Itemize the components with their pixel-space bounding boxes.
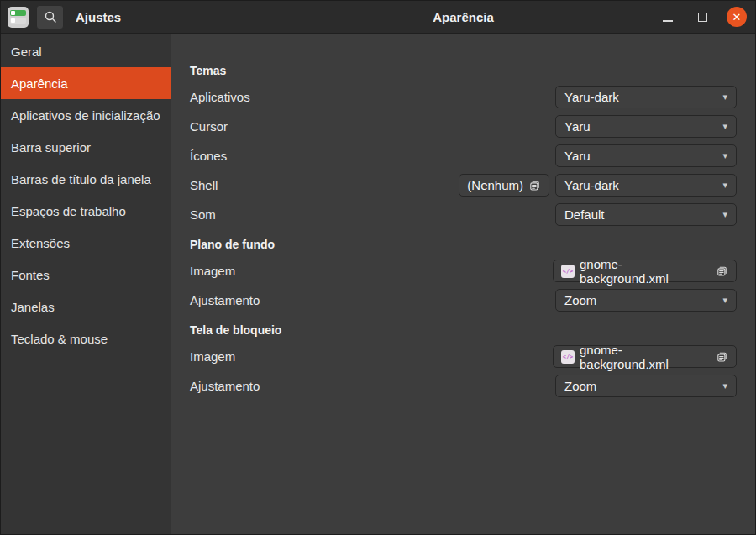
row-icones: Ícones Yaru ▾ (190, 141, 737, 170)
tweaks-window: Ajustes Aparência ✕ Geral Aparência Apli (0, 0, 756, 535)
chevron-down-icon: ▾ (722, 181, 727, 190)
row-label: Aplicativos (190, 90, 250, 104)
row-label: Ícones (190, 149, 227, 163)
search-button[interactable] (36, 5, 64, 29)
lockscreen-adjustment-select[interactable]: Zoom ▾ (555, 375, 737, 397)
select-value: Yaru-dark (564, 90, 619, 104)
row-cursor: Cursor Yaru ▾ (190, 112, 737, 141)
app-title: Ajustes (76, 10, 121, 24)
close-icon: ✕ (732, 12, 742, 23)
lockscreen-image-button[interactable]: </> gnome-background.xml (553, 345, 737, 368)
headerbar: Ajustes Aparência ✕ (1, 1, 755, 34)
maximize-icon (698, 13, 707, 22)
select-value: Yaru (564, 119, 591, 134)
minimize-button[interactable] (658, 7, 678, 27)
row-ajustamento-fundo: Ajustamento Zoom ▾ (190, 286, 737, 315)
row-label: Imagem (190, 264, 235, 278)
section-title-tela-de-bloqueio: Tela de bloqueio (190, 318, 737, 342)
sidebar-item-fontes[interactable]: Fontes (1, 259, 171, 291)
tweaks-app-icon (8, 7, 29, 28)
headerbar-main-section: Aparência ✕ (171, 1, 755, 33)
close-button[interactable]: ✕ (727, 7, 747, 27)
row-label: Ajustamento (190, 379, 260, 393)
shell-none-button[interactable]: (Nenhum) (459, 174, 549, 197)
row-label: Cursor (190, 119, 228, 134)
copy-file-icon (528, 179, 541, 191)
icons-theme-select[interactable]: Yaru ▾ (555, 144, 737, 167)
chevron-down-icon: ▾ (722, 381, 727, 391)
maximize-button[interactable] (692, 7, 712, 27)
background-adjustment-select[interactable]: Zoom ▾ (555, 289, 737, 312)
section-title-plano-de-fundo: Plano de fundo (190, 233, 737, 256)
sidebar-item-barra-superior[interactable]: Barra superior (1, 131, 171, 163)
chevron-down-icon: ▾ (722, 122, 727, 131)
app-icon-toggle-off (10, 18, 26, 24)
row-som: Som Default ▾ (190, 200, 737, 229)
sound-theme-select[interactable]: Default ▾ (555, 203, 737, 226)
select-value: Zoom (564, 379, 596, 393)
select-value: Default (564, 207, 605, 222)
search-icon (44, 10, 57, 24)
sidebar-item-aplicativos-inicializacao[interactable]: Aplicativos de inicialização (1, 99, 171, 131)
chevron-down-icon: ▾ (722, 210, 727, 219)
row-aplicativos: Aplicativos Yaru-dark ▾ (190, 82, 737, 112)
select-value: Zoom (564, 293, 596, 307)
background-image-filename: gnome-background.xml (580, 257, 711, 286)
copy-file-icon (716, 265, 728, 277)
row-shell: Shell (Nenhum) (190, 170, 737, 200)
row-label: Som (190, 207, 216, 222)
section-title-temas: Temas (190, 59, 737, 82)
sidebar-item-janelas[interactable]: Janelas (1, 291, 171, 323)
chevron-down-icon: ▾ (722, 92, 727, 102)
page-title: Aparência (433, 10, 494, 24)
sidebar-item-barras-titulo[interactable]: Barras de título da janela (1, 163, 171, 195)
select-value: Yaru (564, 149, 591, 163)
sidebar: Geral Aparência Aplicativos de inicializ… (1, 34, 171, 534)
window-controls: ✕ (658, 1, 747, 33)
headerbar-sidebar-section: Ajustes (1, 1, 171, 33)
xml-file-icon: </> (561, 350, 575, 364)
chevron-down-icon: ▾ (722, 296, 727, 305)
select-value: Yaru-dark (564, 178, 619, 192)
minimize-icon (663, 20, 673, 22)
row-imagem-bloqueio: Imagem </> gnome-background.xml (190, 342, 737, 371)
row-ajustamento-bloqueio: Ajustamento Zoom ▾ (190, 371, 737, 401)
row-label: Imagem (190, 349, 235, 364)
background-image-button[interactable]: </> gnome-background.xml (553, 260, 737, 282)
shell-theme-select[interactable]: Yaru-dark ▾ (555, 174, 737, 197)
shell-none-label: (Nenhum) (467, 178, 523, 192)
chevron-down-icon: ▾ (722, 151, 727, 160)
appearance-panel: Temas Aplicativos Yaru-dark ▾ Cursor Yar… (171, 34, 755, 534)
row-label: Ajustamento (190, 293, 260, 307)
sidebar-item-aparencia[interactable]: Aparência (1, 67, 171, 99)
lockscreen-image-filename: gnome-background.xml (580, 343, 711, 371)
copy-file-icon (716, 350, 728, 363)
row-label: Shell (190, 178, 218, 192)
sidebar-item-teclado-mouse[interactable]: Teclado & mouse (1, 323, 171, 354)
sidebar-item-espacos-trabalho[interactable]: Espaços de trabalho (1, 195, 171, 227)
xml-file-icon: </> (561, 265, 575, 278)
row-imagem-fundo: Imagem </> gnome-background.xml (190, 256, 737, 286)
cursor-theme-select[interactable]: Yaru ▾ (555, 115, 737, 138)
app-icon-toggle-on (10, 10, 26, 16)
main-area: Geral Aparência Aplicativos de inicializ… (1, 34, 755, 534)
sidebar-item-extensoes[interactable]: Extensões (1, 227, 171, 259)
sidebar-item-geral[interactable]: Geral (1, 35, 171, 67)
applications-theme-select[interactable]: Yaru-dark ▾ (555, 86, 737, 108)
